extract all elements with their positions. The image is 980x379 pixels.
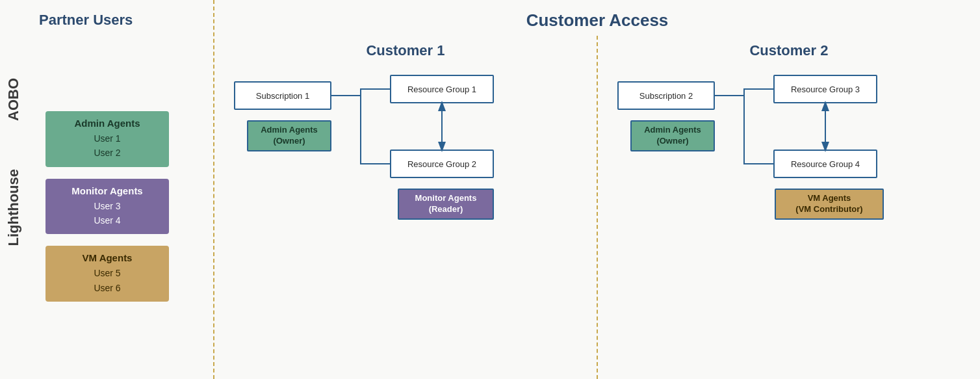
customer2-vm-role-box: VM Agents(VM Contributor) xyxy=(775,189,884,220)
lighthouse-label: Lighthouse xyxy=(5,169,22,246)
customer2-section: Customer 2 Subscription 2 Admin Agents(O… xyxy=(598,36,980,379)
customer1-section: Customer 1 Subscription 1 Admin Agents(O… xyxy=(214,36,597,379)
subscription2-box: Subscription 2 xyxy=(617,81,715,110)
diagram: Partner Users AOBO Lighthouse Admin Agen… xyxy=(0,0,980,379)
customer1-monitor-role-box: Monitor Agents(Reader) xyxy=(398,189,494,220)
customer2-admin-role-box: Admin Agents(Owner) xyxy=(630,120,715,151)
customer1-admin-role-box: Admin Agents(Owner) xyxy=(247,120,331,151)
partner-users-title: Partner Users xyxy=(39,12,133,29)
resource-group1-box: Resource Group 1 xyxy=(390,75,494,103)
admin-agents-group: Admin Agents User 1User 2 xyxy=(45,111,169,167)
left-panel: Partner Users AOBO Lighthouse Admin Agen… xyxy=(0,0,214,379)
vm-agents-users: User 5User 6 xyxy=(55,266,160,295)
monitor-agents-users: User 3User 4 xyxy=(55,199,160,228)
admin-agents-title: Admin Agents xyxy=(55,118,160,129)
monitor-agents-title: Monitor Agents xyxy=(55,185,160,196)
customer-access-title: Customer Access xyxy=(214,0,980,36)
aobo-label: AOBO xyxy=(5,78,22,121)
customer2-title: Customer 2 xyxy=(598,36,980,59)
resource-group2-box: Resource Group 2 xyxy=(390,150,494,178)
line-sub2-rg4 xyxy=(715,96,773,164)
right-area: Customer Access Customer 1 Subscription … xyxy=(214,0,980,379)
subscription1-box: Subscription 1 xyxy=(234,81,331,110)
vm-agents-group: VM Agents User 5User 6 xyxy=(45,246,169,302)
admin-agents-users: User 1User 2 xyxy=(55,131,160,161)
line-sub2-rg3 xyxy=(715,89,773,96)
resource-group4-box: Resource Group 4 xyxy=(773,150,877,178)
vm-agents-title: VM Agents xyxy=(55,252,160,263)
customer1-title: Customer 1 xyxy=(214,36,597,59)
line-sub1-rg2 xyxy=(331,96,390,164)
customers-row: Customer 1 Subscription 1 Admin Agents(O… xyxy=(214,36,980,379)
resource-group3-box: Resource Group 3 xyxy=(773,75,877,103)
monitor-agents-group: Monitor Agents User 3User 4 xyxy=(45,179,169,235)
line-sub1-rg1 xyxy=(331,89,390,96)
